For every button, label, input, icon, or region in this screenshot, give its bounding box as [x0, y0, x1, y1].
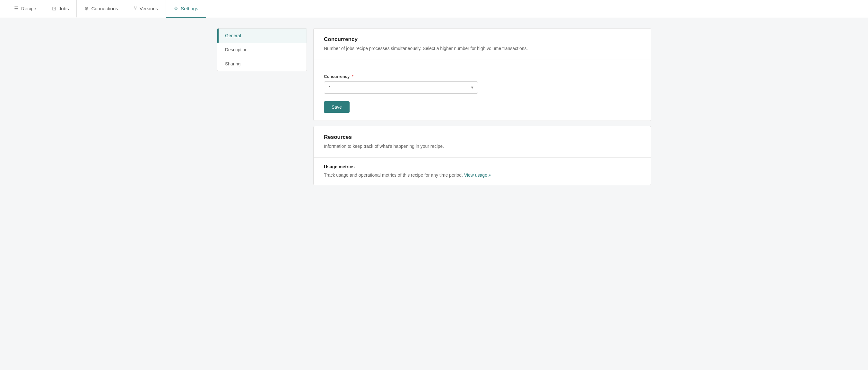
usage-metrics-text: Track usage and operational metrics of t…: [324, 172, 641, 178]
tab-recipe-label: Recipe: [21, 6, 36, 11]
concurrency-card: Concurrency Number of jobs recipe proces…: [313, 28, 651, 121]
sidebar-item-description[interactable]: Description: [217, 43, 307, 57]
resources-header: Resources Information to keep track of w…: [314, 126, 651, 158]
usage-metrics-title: Usage metrics: [324, 164, 641, 169]
connections-icon: ⊕: [85, 5, 89, 11]
save-button[interactable]: Save: [324, 101, 349, 113]
concurrency-label: Concurrency *: [324, 74, 641, 79]
concurrency-form-section: Concurrency * 1 2 4 8 10 ▼ Sav: [314, 60, 651, 121]
concurrency-label-text: Concurrency: [324, 74, 349, 79]
jobs-icon: ⊡: [52, 5, 56, 11]
concurrency-header: Concurrency Number of jobs recipe proces…: [314, 29, 651, 60]
sidebar-item-general-label: General: [225, 33, 241, 38]
concurrency-description: Number of jobs recipe processes simultan…: [324, 45, 641, 52]
tab-recipe[interactable]: ☰ Recipe: [6, 0, 44, 18]
sidebar-item-sharing[interactable]: Sharing: [217, 57, 307, 71]
sidebar-item-sharing-label: Sharing: [225, 61, 241, 66]
resources-title: Resources: [324, 134, 641, 140]
resources-card: Resources Information to keep track of w…: [313, 126, 651, 185]
usage-metrics-section: Usage metrics Track usage and operationa…: [314, 158, 651, 185]
sidebar-item-description-label: Description: [225, 47, 248, 52]
tab-jobs[interactable]: ⊡ Jobs: [44, 0, 77, 18]
tab-settings-label: Settings: [181, 6, 198, 11]
usage-metrics-description: Track usage and operational metrics of t…: [324, 172, 463, 178]
concurrency-form-group: Concurrency * 1 2 4 8 10 ▼: [324, 74, 641, 94]
content-area: Concurrency Number of jobs recipe proces…: [313, 28, 651, 185]
top-navigation: ☰ Recipe ⊡ Jobs ⊕ Connections ⑂ Versions…: [0, 0, 868, 18]
tab-versions[interactable]: ⑂ Versions: [126, 0, 166, 18]
concurrency-title: Concurrency: [324, 36, 641, 43]
concurrency-select-wrapper: 1 2 4 8 10 ▼: [324, 81, 478, 94]
sidebar-item-general[interactable]: General: [217, 29, 307, 43]
view-usage-link-text: View usage: [464, 172, 487, 178]
sidebar: General Description Sharing: [217, 28, 307, 71]
tab-connections[interactable]: ⊕ Connections: [77, 0, 126, 18]
main-layout: General Description Sharing Concurrency …: [209, 18, 659, 196]
tab-settings[interactable]: ⚙ Settings: [166, 0, 206, 18]
recipe-icon: ☰: [14, 5, 19, 11]
required-star: *: [352, 74, 353, 79]
versions-icon: ⑂: [134, 5, 137, 11]
settings-icon: ⚙: [174, 5, 178, 11]
tab-connections-label: Connections: [91, 6, 118, 11]
tab-jobs-label: Jobs: [59, 6, 69, 11]
resources-description: Information to keep track of what's happ…: [324, 143, 641, 150]
tab-versions-label: Versions: [140, 6, 158, 11]
external-link-icon: ↗: [488, 173, 491, 177]
concurrency-select[interactable]: 1 2 4 8 10: [324, 81, 478, 94]
view-usage-link[interactable]: View usage↗: [464, 172, 491, 178]
